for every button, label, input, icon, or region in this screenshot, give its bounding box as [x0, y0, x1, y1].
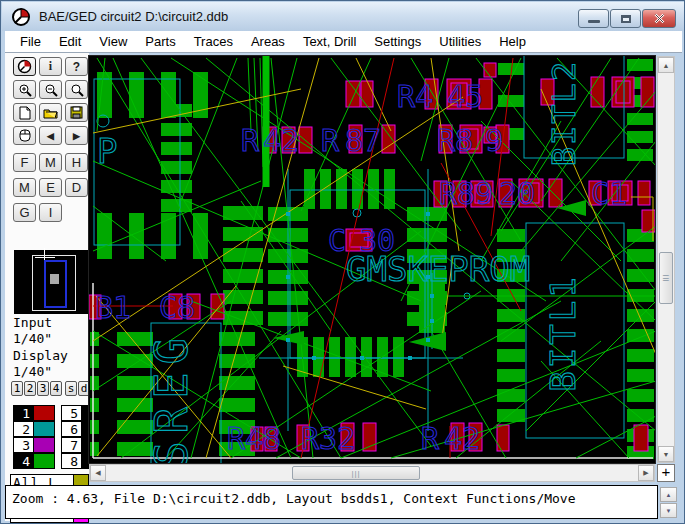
highlighted-pad [549, 179, 562, 207]
mode-button-f[interactable]: F [13, 153, 36, 172]
arrow-right-icon-sb: ▶ [643, 469, 648, 477]
info-button[interactable]: i [39, 57, 62, 76]
menu-view[interactable]: View [90, 32, 136, 51]
refdes-label: R [421, 421, 440, 456]
save-file-button[interactable] [65, 103, 88, 122]
close-button[interactable] [642, 9, 676, 28]
status-text: Zoom : 4.63, File D:\circuit2.ddb, Layou… [12, 491, 576, 506]
smd-pad [329, 337, 340, 377]
mode-button-e[interactable]: E [39, 178, 62, 197]
layer-8-number[interactable]: 8 [61, 453, 82, 469]
component-name-label: SREG [146, 330, 197, 463]
layer-4-number[interactable]: 4 [13, 453, 34, 469]
mode-button-i[interactable]: I [39, 203, 62, 222]
mode-button-d[interactable]: D [65, 178, 88, 197]
scale-button-s[interactable]: s [65, 381, 77, 396]
board-overview-minimap[interactable] [14, 250, 90, 314]
scroll-down-button[interactable]: ▼ [658, 446, 674, 462]
menu-help[interactable]: Help [490, 32, 535, 51]
menu-edit[interactable]: Edit [50, 32, 90, 51]
scroll-up-button[interactable]: ▲ [658, 57, 674, 73]
layer-2-number[interactable]: 2 [13, 421, 34, 437]
step-forward-button[interactable]: ▶ [65, 126, 88, 145]
status-scroll-down[interactable]: ▼ [660, 503, 677, 518]
vertical-scrollbar[interactable]: ▲ ▼ ☰ [657, 56, 675, 463]
scroll-right-button[interactable]: ▶ [638, 465, 654, 481]
layer-6-number[interactable]: 6 [61, 421, 82, 437]
help-button[interactable]: ? [65, 57, 88, 76]
bae-logo-icon [17, 59, 32, 74]
scroll-left-button[interactable]: ◀ [90, 465, 106, 481]
smd-pad [90, 442, 99, 456]
mouse-button[interactable] [13, 126, 36, 145]
zoom-plus-button[interactable]: + [657, 464, 675, 482]
smd-pad [304, 169, 315, 209]
horizontal-scroll-thumb[interactable]: ||| [292, 466, 420, 480]
step-back-button[interactable]: ◀ [39, 126, 62, 145]
mode-button-m2[interactable]: M [13, 178, 36, 197]
status-scroll-up[interactable]: ▲ [660, 487, 677, 502]
minimize-button[interactable] [578, 9, 609, 28]
layer-2-swatch[interactable] [34, 421, 55, 437]
smd-pad [320, 169, 331, 209]
scale-button-3[interactable]: 3 [37, 381, 49, 396]
menu-bar: File Edit View Parts Traces Areas Text, … [5, 31, 682, 53]
mode-button-m1[interactable]: M [39, 153, 62, 172]
new-file-icon [19, 106, 31, 120]
highlighted-pad [641, 77, 654, 107]
layer-1-swatch[interactable] [34, 405, 55, 421]
smd-pad [219, 332, 255, 346]
horizontal-scrollbar[interactable]: ◀ ▶ ||| [89, 464, 655, 482]
smd-pad [497, 349, 525, 362]
maximize-icon [621, 15, 631, 23]
layer-1-number[interactable]: 1 [13, 405, 34, 421]
layer-3-swatch[interactable] [34, 437, 55, 453]
smd-pad [223, 227, 263, 241]
arrow-left-icon-sb: ◀ [95, 469, 100, 477]
mode-button-g[interactable]: G [13, 203, 36, 222]
refdes-label: 45 [447, 79, 483, 114]
zoom-in-button[interactable] [13, 80, 36, 99]
menu-settings[interactable]: Settings [365, 32, 430, 51]
smd-pad [627, 249, 654, 262]
menu-file[interactable]: File [11, 32, 50, 51]
maximize-button[interactable] [610, 9, 641, 28]
zoom-window-icon [70, 83, 84, 97]
title-bar[interactable]: BAE/GED circuit2 D:\circuit2.ddb [2, 2, 685, 31]
mode-button-h[interactable]: H [65, 153, 88, 172]
open-file-icon [43, 107, 58, 119]
smd-pad [627, 349, 654, 362]
input-grid-label: Input [13, 315, 52, 330]
app-icon [11, 7, 31, 27]
scale-button-4[interactable]: 4 [50, 381, 62, 396]
mini-arrow-down-icon: ▼ [666, 508, 672, 514]
bae-logo-button[interactable] [13, 57, 36, 76]
menu-utilities[interactable]: Utilities [430, 32, 490, 51]
layer-7-number[interactable]: 7 [61, 437, 82, 453]
minimap-viewport-rect[interactable] [44, 260, 67, 308]
info-icon: i [49, 59, 52, 74]
open-file-button[interactable] [39, 103, 62, 122]
new-file-button[interactable] [13, 103, 36, 122]
zoom-window-button[interactable] [65, 80, 88, 99]
refdes-label: R4 [397, 79, 433, 114]
menu-traces[interactable]: Traces [185, 32, 242, 51]
smd-pad [352, 169, 363, 209]
pcb-canvas[interactable]: R445R42R87R89R8920C1C30B1C8R48R32R42GMSK… [89, 56, 655, 463]
save-file-icon [70, 106, 83, 119]
refdes-label: C8 [159, 290, 195, 325]
smd-pad [627, 389, 654, 402]
layer-3-number[interactable]: 3 [13, 437, 34, 453]
scale-button-1[interactable]: 1 [11, 381, 23, 396]
vertical-scroll-thumb[interactable]: ☰ [659, 252, 673, 304]
layer-5-number[interactable]: 5 [61, 405, 82, 421]
scale-button-2[interactable]: 2 [24, 381, 36, 396]
menu-parts[interactable]: Parts [136, 32, 184, 51]
smd-pad [627, 113, 653, 125]
menu-text-drill[interactable]: Text, Drill [294, 32, 365, 51]
layer-4-swatch[interactable] [34, 453, 55, 469]
pin-marker [408, 356, 412, 360]
smd-pad [161, 161, 192, 174]
menu-areas[interactable]: Areas [242, 32, 294, 51]
zoom-out-button[interactable] [39, 80, 62, 99]
